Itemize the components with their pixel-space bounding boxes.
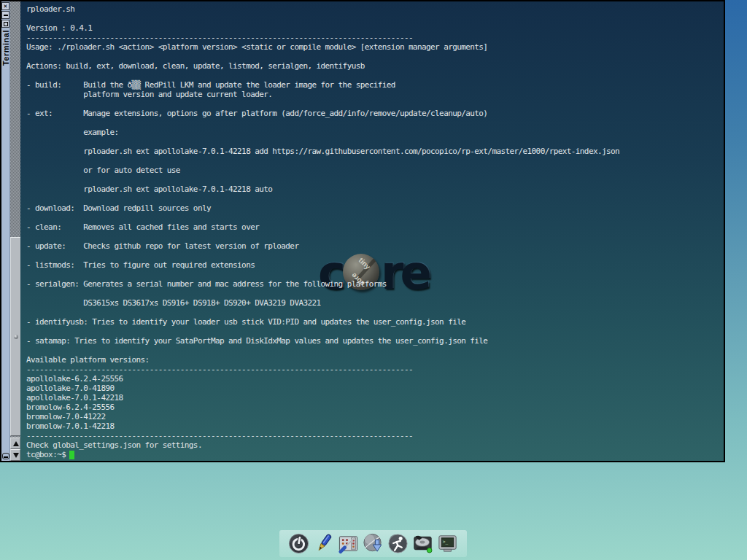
terminal-line [26, 14, 724, 23]
window-title: Terminal [1, 30, 10, 66]
terminal-line [26, 232, 724, 241]
terminal-line: apollolake-6.2.4-25556 [26, 374, 724, 384]
mount-tool-icon[interactable] [411, 532, 434, 555]
terminal-line: - clean: Removes all cached files and st… [26, 222, 724, 232]
close-button[interactable]: ✕ [1, 2, 9, 10]
terminal-line: ----------------------------------------… [26, 431, 724, 440]
terminal-window: ✕ Terminal c tiny core [0, 0, 725, 462]
shade-icon [4, 456, 8, 458]
terminal-line: ----------------------------------------… [26, 33, 724, 42]
terminal-line: - satamap: Tries to identify your SataPo… [26, 336, 724, 346]
terminal-line: rploader.sh ext apollolake-7.0.1-42218 a… [26, 147, 724, 156]
terminal-line [26, 137, 724, 147]
terminal-line: - update: Checks github repo for latest … [26, 241, 724, 251]
terminal-line [26, 175, 724, 184]
terminal-line: Actions: build, ext, download, clean, up… [26, 61, 724, 71]
terminal-line: rploader.sh ext apollolake-7.0.1-42218 a… [26, 184, 724, 194]
terminal-line: Available platform versions: [26, 355, 724, 365]
scrollbar-thumb[interactable] [10, 237, 20, 436]
terminal-line: apollolake-7.0.1-42218 [26, 393, 724, 402]
terminal-line [26, 251, 724, 260]
terminal-line: Usage: ./rploader.sh <action> <platform … [26, 42, 724, 52]
scrollbar-trough[interactable] [10, 1, 20, 461]
scrollbar-thumb-dimple [14, 335, 18, 339]
minimize-icon [4, 15, 8, 16]
terminal-output: rploader.sh Version : 0.4.1 ------------… [26, 4, 724, 450]
terminal-line: example: [26, 128, 724, 137]
terminal-line: bromolow-7.0-41222 [26, 412, 724, 421]
terminal-line: Check global_settings.json for settings. [26, 440, 724, 450]
terminal-line [26, 327, 724, 336]
desktop: ✕ Terminal c tiny core [0, 0, 747, 560]
terminal-line: DS3615xs DS3617xs DS916+ DS918+ DS920+ D… [26, 298, 724, 308]
window-titlebar[interactable]: ✕ Terminal [1, 1, 10, 461]
terminal-line [26, 118, 724, 128]
terminal-line [26, 346, 724, 355]
terminal-line [26, 194, 724, 203]
scroll-down-button[interactable] [10, 449, 20, 461]
terminal-screen[interactable]: c tiny core re rploader.sh Version : 0.4… [20, 1, 724, 461]
terminal-line: - identifyusb: Tries to identify your lo… [26, 317, 724, 327]
close-icon: ✕ [4, 3, 7, 9]
maximize-button[interactable] [1, 20, 9, 28]
terminal-line: or for auto detect use [26, 166, 724, 175]
terminal-cursor [69, 451, 74, 459]
svg-text:>_: >_ [443, 539, 449, 545]
terminal-line: apollolake-7.0-41890 [26, 384, 724, 393]
terminal-line: - download: Download redpill sources onl… [26, 203, 724, 213]
run-icon[interactable] [387, 532, 409, 555]
terminal-line: ----------------------------------------… [26, 365, 724, 374]
terminal-line [26, 99, 724, 109]
power-icon[interactable] [287, 532, 310, 555]
terminal-line: - build: Build the ð▒▒ RedPill LKM and u… [26, 80, 724, 90]
terminal-line [26, 289, 724, 298]
terminal-line: bromolow-7.0.1-42218 [26, 421, 724, 431]
terminal-line: - ext: Manage extensions, options go aft… [26, 109, 724, 118]
terminal-icon[interactable]: >_ [436, 532, 459, 555]
scrollbar-arrows [10, 438, 20, 461]
pen-icon[interactable] [312, 532, 335, 555]
prompt-row: tc@box:~$ [26, 450, 724, 459]
scroll-up-button[interactable] [10, 438, 20, 449]
terminal-line: Version : 0.4.1 [26, 23, 724, 33]
dock-panel: >_ [279, 530, 467, 557]
terminal-line: platform version and update current load… [26, 90, 724, 99]
terminal-line [26, 156, 724, 166]
terminal-line: - serialgen: Generates a serial number a… [26, 279, 724, 289]
iconify-button[interactable] [1, 11, 9, 19]
shade-button[interactable] [2, 453, 9, 459]
control-panel-icon[interactable] [337, 532, 360, 555]
maximize-icon [4, 22, 8, 26]
terminal-line [26, 308, 724, 317]
terminal-line [26, 52, 724, 61]
terminal-line: - listmods: Tries to figure out required… [26, 260, 724, 270]
terminal-line [26, 213, 724, 222]
terminal-line [26, 71, 724, 80]
terminal-line: rploader.sh [26, 4, 724, 14]
shell-prompt: tc@box:~$ [26, 450, 66, 459]
terminal-line [26, 270, 724, 279]
app-browser-icon[interactable] [362, 532, 384, 555]
terminal-line: bromolow-6.2.4-25556 [26, 402, 724, 412]
